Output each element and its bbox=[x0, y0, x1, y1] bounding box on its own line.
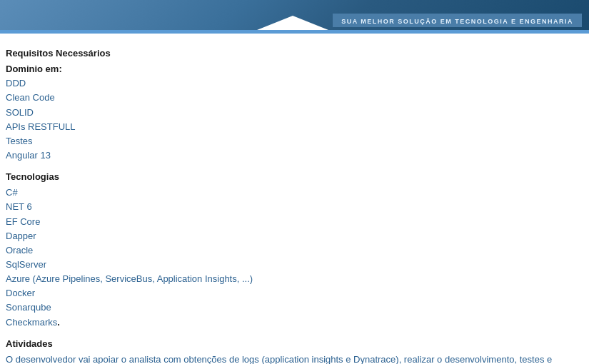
list-item: APIs RESTFULL bbox=[6, 120, 582, 134]
list-item: SqlServer bbox=[6, 258, 582, 272]
tecnologias-title: Tecnologias bbox=[6, 170, 582, 184]
dominio-items: DDD Clean Code SOLID APIs RESTFULL Teste… bbox=[6, 76, 582, 163]
dominio-label: Dominio em: bbox=[6, 62, 582, 76]
list-item: Sonarqube bbox=[6, 300, 582, 315]
atividades-section: Atividades O desenvolvedor vai apoiar o … bbox=[6, 337, 582, 364]
list-item: Angular 13 bbox=[6, 148, 582, 163]
list-item: Testes bbox=[6, 134, 582, 148]
list-item: Oracle bbox=[6, 243, 582, 258]
requisitos-section: Requisitos Necessários Dominio em: DDD C… bbox=[6, 46, 582, 163]
list-item: EF Core bbox=[6, 215, 582, 229]
header-banner: SUA MELHOR SOLUÇÃO EM TECNOLOGIA E ENGEN… bbox=[333, 14, 582, 27]
atividades-text: O desenvolvedor vai apoiar o analista co… bbox=[6, 353, 582, 364]
list-item: Azure (Azure Pipelines, ServiceBus, Appl… bbox=[6, 272, 582, 286]
banner-text: SUA MELHOR SOLUÇÃO EM TECNOLOGIA E ENGEN… bbox=[341, 18, 573, 25]
list-item: Docker bbox=[6, 286, 582, 300]
list-item: Dapper bbox=[6, 229, 582, 243]
checkmarks-period: . bbox=[57, 317, 60, 328]
tecnologias-section: Tecnologias C# NET 6 EF Core Dapper Orac… bbox=[6, 170, 582, 330]
list-item: C# bbox=[6, 186, 582, 200]
atividades-title: Atividades bbox=[6, 337, 582, 351]
list-item: DDD bbox=[6, 76, 582, 91]
requisitos-title: Requisitos Necessários bbox=[6, 46, 582, 61]
list-item: Clean Code bbox=[6, 91, 582, 105]
list-item: SOLID bbox=[6, 106, 582, 120]
list-item: NET 6 bbox=[6, 200, 582, 214]
tecnologias-items: C# NET 6 EF Core Dapper Oracle SqlServer… bbox=[6, 186, 582, 329]
header: SUA MELHOR SOLUÇÃO EM TECNOLOGIA E ENGEN… bbox=[0, 0, 589, 30]
content-area: Requisitos Necessários Dominio em: DDD C… bbox=[0, 34, 589, 364]
list-item: Checkmarks. bbox=[6, 315, 582, 330]
